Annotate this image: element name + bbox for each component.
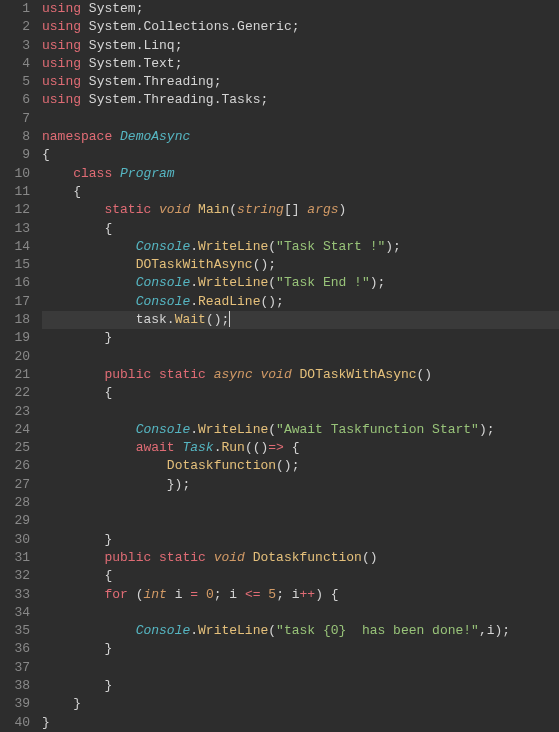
code-line[interactable]: }); (42, 476, 559, 494)
code-line[interactable]: using System.Collections.Generic; (42, 18, 559, 36)
code-token: using (42, 38, 81, 53)
code-token: Dotaskfunction (253, 550, 362, 565)
code-token (206, 550, 214, 565)
code-token: Text (143, 56, 174, 71)
line-number: 5 (4, 73, 30, 91)
code-line[interactable]: { (42, 183, 559, 201)
line-number: 28 (4, 494, 30, 512)
code-editor[interactable]: using System;using System.Collections.Ge… (38, 0, 559, 732)
code-token (42, 623, 136, 638)
code-token: void (214, 550, 245, 565)
line-number: 2 (4, 18, 30, 36)
code-token: { (284, 440, 300, 455)
code-token (42, 550, 104, 565)
code-line[interactable]: Console.WriteLine("Await Taskfunction St… (42, 421, 559, 439)
code-line[interactable] (42, 110, 559, 128)
code-line[interactable]: await Task.Run(()=> { (42, 439, 559, 457)
code-line[interactable]: { (42, 567, 559, 585)
code-token: (); (276, 458, 299, 473)
code-token (42, 294, 136, 309)
code-token: => (268, 440, 284, 455)
code-token: ReadLine (198, 294, 260, 309)
code-token: using (42, 56, 81, 71)
code-line[interactable] (42, 659, 559, 677)
code-token: i (167, 587, 190, 602)
code-line[interactable]: } (42, 714, 559, 732)
code-token: task (136, 312, 167, 327)
code-token: ( (268, 275, 276, 290)
code-token: DemoAsync (120, 129, 190, 144)
code-line[interactable] (42, 348, 559, 366)
code-line[interactable]: { (42, 146, 559, 164)
code-line[interactable]: } (42, 531, 559, 549)
code-line[interactable]: using System.Text; (42, 55, 559, 73)
code-token (245, 550, 253, 565)
code-token (151, 202, 159, 217)
code-line[interactable]: using System.Threading.Tasks; (42, 91, 559, 109)
code-line[interactable] (42, 512, 559, 530)
line-number: 20 (4, 348, 30, 366)
code-line[interactable]: Console.WriteLine("Task Start !"); (42, 238, 559, 256)
code-token: } (42, 678, 112, 693)
code-token: ( (268, 623, 276, 638)
code-line[interactable]: public static async void DOTaskWithAsync… (42, 366, 559, 384)
code-token (253, 367, 261, 382)
code-line[interactable]: { (42, 384, 559, 402)
line-number: 27 (4, 476, 30, 494)
code-line[interactable] (42, 494, 559, 512)
code-line[interactable]: Console.WriteLine("task {0} has been don… (42, 622, 559, 640)
code-token: int (143, 587, 166, 602)
code-line[interactable]: { (42, 220, 559, 238)
code-token (81, 1, 89, 16)
code-line[interactable]: Console.ReadLine(); (42, 293, 559, 311)
code-line[interactable]: class Program (42, 165, 559, 183)
code-token: } (42, 641, 112, 656)
line-number: 24 (4, 421, 30, 439)
code-token: ; (261, 92, 269, 107)
code-token: } (42, 715, 50, 730)
code-token: Threading (143, 92, 213, 107)
code-line[interactable]: task.Wait(); (42, 311, 559, 329)
code-line[interactable]: DOTaskWithAsync(); (42, 256, 559, 274)
line-number: 1 (4, 0, 30, 18)
code-line[interactable]: static void Main(string[] args) (42, 201, 559, 219)
code-token: Collections (143, 19, 229, 34)
line-number: 34 (4, 604, 30, 622)
code-line[interactable]: for (int i = 0; i <= 5; i++) { (42, 586, 559, 604)
code-line[interactable]: Console.WriteLine("Task End !"); (42, 274, 559, 292)
code-token: ; i (214, 587, 245, 602)
code-token: DOTaskWithAsync (300, 367, 417, 382)
code-token: void (261, 367, 292, 382)
code-line[interactable]: Dotaskfunction(); (42, 457, 559, 475)
code-token: System (89, 74, 136, 89)
code-token: args (307, 202, 338, 217)
code-line[interactable] (42, 604, 559, 622)
code-token: . (190, 294, 198, 309)
code-line[interactable]: } (42, 640, 559, 658)
line-number: 6 (4, 91, 30, 109)
code-token: System (89, 92, 136, 107)
code-line[interactable]: } (42, 695, 559, 713)
code-token (198, 587, 206, 602)
code-line[interactable] (42, 403, 559, 421)
code-line[interactable]: public static void Dotaskfunction() (42, 549, 559, 567)
line-number: 35 (4, 622, 30, 640)
code-token: public (104, 367, 151, 382)
code-line[interactable]: using System.Threading; (42, 73, 559, 91)
code-token: { (42, 147, 50, 162)
code-token: Tasks (221, 92, 260, 107)
code-token: using (42, 1, 81, 16)
code-line[interactable]: using System; (42, 0, 559, 18)
code-line[interactable]: } (42, 329, 559, 347)
code-token: (() (245, 440, 268, 455)
code-line[interactable]: using System.Linq; (42, 37, 559, 55)
code-token: "Task End !" (276, 275, 370, 290)
code-token (112, 166, 120, 181)
code-token: for (104, 587, 127, 602)
code-token: Dotaskfunction (167, 458, 276, 473)
code-token: . (190, 239, 198, 254)
code-line[interactable]: namespace DemoAsync (42, 128, 559, 146)
code-token: System (89, 56, 136, 71)
code-token: . (167, 312, 175, 327)
code-line[interactable]: } (42, 677, 559, 695)
